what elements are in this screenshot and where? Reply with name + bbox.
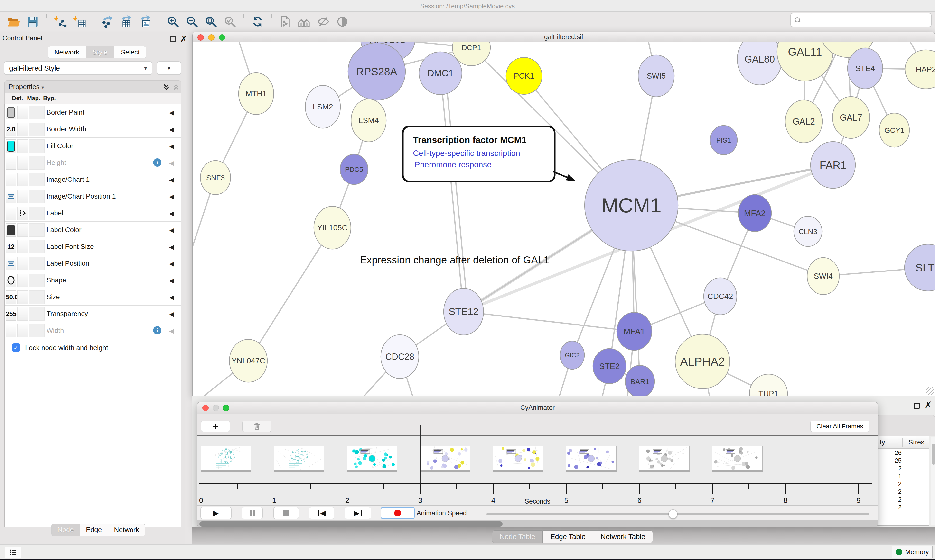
default-value-cell[interactable] bbox=[6, 139, 16, 153]
table-row[interactable]: 26 bbox=[877, 449, 902, 457]
mapping-cell[interactable] bbox=[17, 156, 28, 169]
expand-row-icon[interactable]: ◀ bbox=[169, 311, 174, 318]
properties-dropdown[interactable]: Properties ▾ bbox=[9, 83, 44, 91]
mapping-cell[interactable] bbox=[17, 307, 28, 321]
expand-row-icon[interactable]: ◀ bbox=[169, 176, 174, 184]
bypass-cell[interactable] bbox=[29, 156, 45, 169]
property-row-width[interactable]: Widthi◀ bbox=[5, 322, 181, 339]
frame-thumbnail-7[interactable] bbox=[712, 446, 762, 470]
expand-row-icon[interactable]: ◀ bbox=[169, 210, 174, 217]
bypass-cell[interactable] bbox=[29, 274, 45, 287]
table-row[interactable]: 25 bbox=[877, 457, 902, 465]
frame-thumbnail-6[interactable] bbox=[639, 446, 690, 470]
default-value-cell[interactable] bbox=[6, 274, 16, 287]
export-image-icon[interactable] bbox=[139, 15, 151, 28]
play-button[interactable]: ▶ bbox=[201, 507, 231, 519]
export-table-icon[interactable] bbox=[120, 15, 133, 28]
close-table-panel-icon[interactable]: ✗ bbox=[924, 400, 932, 411]
stop-button[interactable] bbox=[273, 507, 299, 519]
default-value-cell[interactable] bbox=[6, 324, 16, 337]
default-value-cell[interactable] bbox=[6, 106, 16, 119]
record-button[interactable] bbox=[381, 507, 415, 519]
export-network-icon[interactable] bbox=[101, 15, 113, 28]
column-header-centrality[interactable]: ity bbox=[878, 438, 885, 446]
mapping-cell[interactable] bbox=[17, 257, 28, 270]
show-selected-icon[interactable] bbox=[336, 15, 349, 28]
zoom-selected-icon[interactable] bbox=[224, 15, 236, 28]
frame-thumbnail-0[interactable] bbox=[201, 446, 251, 470]
tab-style[interactable]: Style bbox=[86, 46, 114, 58]
refresh-layout-icon[interactable] bbox=[251, 15, 264, 28]
info-icon[interactable]: i bbox=[153, 326, 161, 334]
property-row-image-chart-position-1[interactable]: Image/Chart Position 1◀ bbox=[5, 188, 181, 205]
bypass-cell[interactable] bbox=[29, 324, 45, 337]
mapping-cell[interactable] bbox=[17, 173, 28, 186]
clear-all-frames-button[interactable]: Clear All Frames bbox=[810, 421, 869, 432]
tab-node-table[interactable]: Node Table bbox=[492, 530, 543, 543]
default-value-cell[interactable] bbox=[6, 206, 16, 220]
mapping-cell[interactable] bbox=[17, 123, 28, 136]
column-header-stress[interactable]: Stres bbox=[909, 438, 924, 446]
resize-grip[interactable] bbox=[926, 387, 934, 395]
bypass-cell[interactable] bbox=[29, 223, 45, 237]
mapping-cell[interactable] bbox=[17, 106, 28, 119]
property-row-label-position[interactable]: Label Position◀ bbox=[5, 255, 181, 272]
expand-row-icon[interactable]: ◀ bbox=[169, 260, 174, 268]
frame-thumbnail-3[interactable] bbox=[420, 446, 471, 470]
network-file-icon[interactable] bbox=[279, 15, 292, 28]
network-window-titlebar[interactable]: galFiltered.sif bbox=[193, 32, 935, 42]
default-value-cell[interactable]: 255 bbox=[6, 307, 16, 321]
zoom-fit-icon[interactable] bbox=[205, 15, 217, 28]
lock-node-size-checkbox[interactable]: ✓ bbox=[12, 343, 20, 352]
expand-row-icon[interactable]: ◀ bbox=[169, 277, 174, 285]
property-row-border-width[interactable]: 2.0Border Width◀ bbox=[5, 121, 181, 138]
network-canvas[interactable]: RPS28BDCP1RPS28ADMC1PCK1SWI5GAL80GAL11ST… bbox=[193, 42, 935, 396]
memory-button[interactable]: Memory bbox=[892, 546, 933, 558]
table-row[interactable]: 2 bbox=[877, 480, 902, 488]
skip-back-button[interactable]: ◀ bbox=[309, 507, 334, 519]
bypass-cell[interactable] bbox=[29, 257, 45, 270]
cyanimator-titlebar[interactable]: CyAnimator bbox=[197, 402, 878, 414]
animation-speed-slider[interactable] bbox=[486, 513, 869, 515]
mapping-cell[interactable] bbox=[17, 206, 28, 220]
tab-network-style[interactable]: Network bbox=[108, 523, 145, 536]
table-row[interactable]: 2 bbox=[877, 488, 902, 496]
timeline-scrollbar[interactable] bbox=[197, 520, 878, 528]
property-row-height[interactable]: Heighti◀ bbox=[5, 154, 181, 171]
pause-button[interactable] bbox=[242, 507, 263, 519]
expand-row-icon[interactable]: ◀ bbox=[169, 159, 174, 167]
tab-edge-style[interactable]: Edge bbox=[80, 523, 108, 536]
property-row-size[interactable]: 50.0Size◀ bbox=[5, 289, 181, 306]
table-row[interactable]: 1 bbox=[877, 472, 902, 480]
bypass-cell[interactable] bbox=[29, 190, 45, 203]
default-value-cell[interactable] bbox=[6, 257, 16, 270]
task-history-button[interactable] bbox=[5, 547, 21, 558]
bypass-cell[interactable] bbox=[29, 291, 45, 304]
default-value-cell[interactable] bbox=[6, 156, 16, 169]
expand-row-icon[interactable]: ◀ bbox=[169, 126, 174, 133]
search-box[interactable] bbox=[790, 13, 932, 27]
bypass-cell[interactable] bbox=[29, 307, 45, 321]
expand-row-icon[interactable]: ◀ bbox=[169, 143, 174, 150]
float-table-panel-icon[interactable] bbox=[913, 403, 920, 409]
default-value-cell[interactable] bbox=[6, 173, 16, 186]
frame-thumbnail-2[interactable] bbox=[347, 446, 397, 470]
playhead[interactable] bbox=[420, 425, 421, 483]
style-selector[interactable]: galFiltered Style ▾ bbox=[4, 61, 153, 75]
skip-forward-button[interactable]: ▶ bbox=[345, 507, 371, 519]
import-network-icon[interactable] bbox=[54, 15, 67, 28]
node-table-header[interactable]: ity Stres bbox=[877, 437, 929, 449]
first-neighbors-icon[interactable] bbox=[298, 15, 311, 28]
tab-node-style[interactable]: Node bbox=[51, 523, 80, 536]
bypass-cell[interactable] bbox=[29, 139, 45, 153]
table-scrollbar[interactable] bbox=[930, 437, 935, 525]
expand-all-icon[interactable] bbox=[162, 83, 170, 91]
tab-select[interactable]: Select bbox=[114, 46, 147, 58]
timeline[interactable]: 0123456789 Seconds bbox=[197, 437, 878, 505]
property-row-label[interactable]: Label◀ bbox=[5, 205, 181, 222]
mapping-cell[interactable] bbox=[17, 274, 28, 287]
mapping-cell[interactable] bbox=[17, 240, 28, 254]
delete-frame-button[interactable] bbox=[242, 421, 272, 432]
default-value-cell[interactable]: 12 bbox=[6, 240, 16, 254]
frame-thumbnail-1[interactable] bbox=[274, 446, 324, 470]
